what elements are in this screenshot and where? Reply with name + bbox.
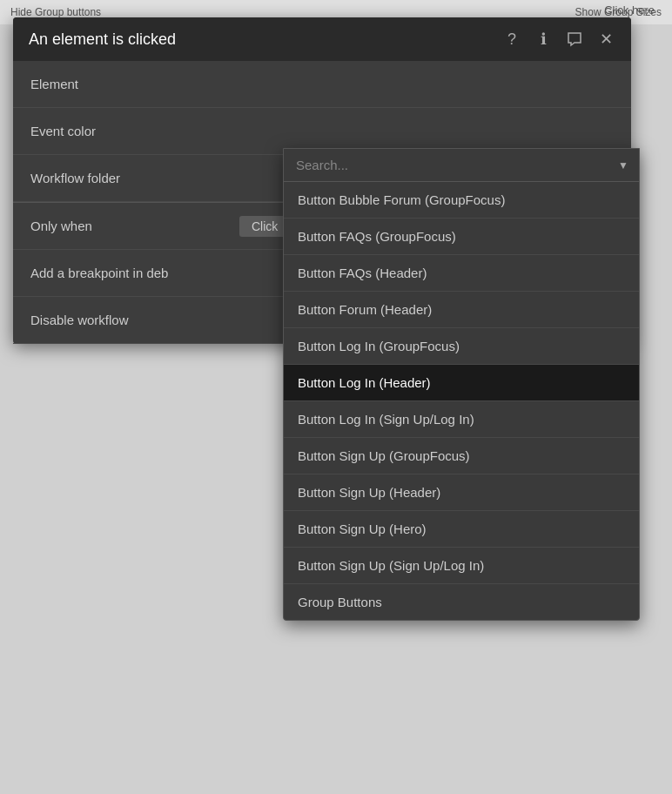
dropdown-list: Button Bubble Forum (GroupFocus)Button F… (284, 182, 639, 620)
top-bar-left: Hide Group buttons (10, 6, 101, 18)
event-color-label: Event color (30, 124, 239, 138)
dropdown-search-container: ▼ (284, 149, 639, 182)
dropdown-item-btn-login-groupfocus[interactable]: Button Log In (GroupFocus) (284, 328, 639, 365)
element-row: Element (13, 61, 631, 108)
dropdown-arrow-icon: ▼ (618, 159, 628, 172)
element-dropdown: ▼ Button Bubble Forum (GroupFocus)Button… (283, 148, 640, 621)
dropdown-item-btn-signup-hero[interactable]: Button Sign Up (Hero) (284, 511, 639, 548)
element-label: Element (30, 77, 239, 91)
breakpoint-label: Add a breakpoint in deb (30, 266, 239, 280)
dropdown-item-btn-login-header[interactable]: Button Log In (Header) (284, 365, 639, 401)
dropdown-item-btn-signup-signup[interactable]: Button Sign Up (Sign Up/Log In) (284, 548, 639, 584)
dropdown-item-group-buttons[interactable]: Group Buttons (284, 584, 639, 620)
info-icon[interactable]: ℹ (534, 30, 553, 49)
question-icon[interactable]: ? (502, 30, 521, 49)
modal-dialog: An element is clicked ? ℹ ✕ Element Even… (13, 17, 631, 344)
modal-header: An element is clicked ? ℹ ✕ (13, 17, 631, 61)
dropdown-item-btn-signup-groupfocus[interactable]: Button Sign Up (GroupFocus) (284, 438, 639, 474)
disable-workflow-label: Disable workflow (30, 313, 239, 327)
dropdown-item-btn-login-signup[interactable]: Button Log In (Sign Up/Log In) (284, 401, 639, 438)
close-icon[interactable]: ✕ (596, 30, 615, 49)
click-here-label: Click here (604, 3, 655, 17)
dropdown-item-btn-forum-header[interactable]: Button Forum (Header) (284, 292, 639, 328)
chat-icon[interactable] (565, 30, 584, 49)
dropdown-item-btn-faqs-header[interactable]: Button FAQs (Header) (284, 255, 639, 292)
modal-body: Element Event color Workflow folder Only… (13, 61, 631, 344)
workflow-folder-label: Workflow folder (30, 171, 239, 185)
dropdown-item-btn-signup-header[interactable]: Button Sign Up (Header) (284, 474, 639, 511)
only-when-label: Only when (30, 219, 239, 233)
modal-header-icons: ? ℹ ✕ (502, 30, 615, 49)
dropdown-item-btn-faqs-groupfocus[interactable]: Button FAQs (GroupFocus) (284, 219, 639, 255)
dropdown-search-input[interactable] (284, 149, 639, 181)
modal-title: An element is clicked (29, 30, 176, 49)
dropdown-item-btn-bubble-forum-groupfocus[interactable]: Button Bubble Forum (GroupFocus) (284, 182, 639, 219)
